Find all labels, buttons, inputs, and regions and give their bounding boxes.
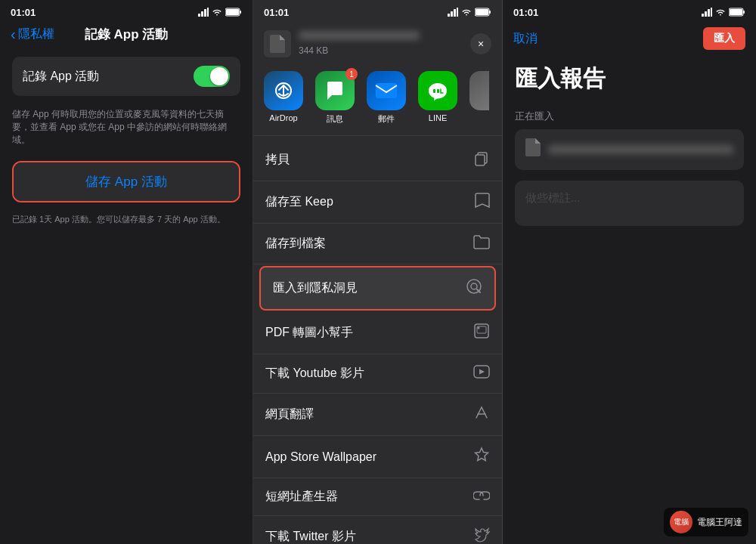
file-size: 344 KB	[299, 45, 328, 56]
nav-bar-1: ‹ 隱私權 記錄 App 活動	[0, 23, 253, 49]
battery-icon	[225, 8, 242, 17]
status-icons-3	[702, 8, 745, 17]
saved-description: 已記錄 1天 App 活動。您可以儲存最多 7 天的 App 活動。	[0, 210, 253, 229]
toggle-knob	[210, 67, 228, 85]
import-file-icon	[525, 138, 541, 161]
toggle-description: 儲存 App 何時取用您的位置或麥克風等資料的七天摘要，並查看 App 或您在 …	[0, 104, 253, 153]
svg-rect-10	[457, 8, 458, 17]
settings-section-toggle: 記錄 App 活動	[0, 57, 253, 96]
line-label: LINE	[429, 113, 447, 122]
nav-title-1: 記錄 App 活動	[85, 26, 169, 43]
wifi-icon-2	[461, 8, 472, 17]
import-nav: 取消 匯入	[503, 23, 756, 56]
import-file-row	[515, 129, 744, 170]
partial-icon	[469, 71, 489, 110]
battery-icon-2	[475, 8, 491, 17]
svg-rect-19	[476, 155, 485, 165]
status-bar-3: 01:01	[503, 0, 756, 23]
line-icon-bg	[418, 71, 457, 110]
svg-point-21	[471, 283, 477, 289]
file-icon	[264, 30, 291, 57]
import-confirm-button[interactable]: 匯入	[703, 27, 745, 50]
app-icons-row: AirDrop 1 訊息 郵件	[253, 63, 502, 135]
menu-item-twitter[interactable]: 下載 Twitter 影片	[253, 516, 502, 544]
svg-rect-13	[489, 11, 491, 14]
svg-rect-3	[207, 8, 209, 17]
watermark-avatar: 電腦	[670, 511, 692, 533]
svg-rect-5	[226, 9, 239, 15]
svg-rect-29	[702, 14, 704, 17]
status-icons-1	[198, 8, 242, 17]
svg-rect-6	[240, 11, 241, 14]
save-button-wrapper: 儲存 App 活動	[12, 161, 240, 202]
time-2: 01:01	[264, 7, 289, 18]
svg-rect-31	[708, 9, 710, 17]
close-share-button[interactable]: ×	[470, 33, 491, 54]
menu-item-keep[interactable]: 儲存至 Keep	[253, 181, 502, 224]
signal-icon	[198, 8, 209, 17]
app-icon-mail[interactable]: 郵件	[367, 71, 406, 125]
menu-list: 拷貝 儲存至 Keep 儲存到檔案	[253, 139, 502, 544]
wifi-icon-3	[715, 8, 726, 17]
status-bar-2: 01:01	[253, 0, 502, 23]
app-activity-toggle[interactable]	[194, 66, 230, 87]
import-notes-field[interactable]: 做些標註...	[515, 181, 744, 226]
message-label: 訊息	[327, 113, 343, 125]
settings-panel: 01:01 ‹ 隱私權 記錄 App 活動	[0, 0, 253, 544]
wifi-icon	[212, 8, 222, 17]
app-icon-message[interactable]: 1 訊息	[315, 71, 355, 125]
import-status: 正在匯入	[503, 110, 756, 129]
share-file-info: 344 KB	[264, 30, 420, 57]
menu-item-pdf[interactable]: PDF 轉圖小幫手	[253, 312, 502, 354]
back-button[interactable]: ‹ 隱私權	[11, 26, 54, 43]
menu-item-copy[interactable]: 拷貝	[253, 139, 502, 181]
airdrop-label: AirDrop	[269, 113, 297, 122]
message-icon-bg: 1	[315, 71, 355, 110]
share-header: 344 KB ×	[253, 23, 502, 63]
app-icon-airdrop[interactable]: AirDrop	[264, 71, 303, 125]
mail-label: 郵件	[378, 113, 395, 125]
save-app-activity-button[interactable]: 儲存 App 活動	[14, 162, 239, 201]
import-panel: 01:01 取消 匯入 匯入報告 正在匯入	[503, 0, 756, 544]
watermark: 電腦 電腦王阿達	[664, 508, 748, 536]
mail-icon-bg	[367, 71, 406, 110]
app-icon-line[interactable]: LINE	[418, 71, 457, 125]
import-title: 匯入報告	[503, 56, 756, 110]
cancel-button[interactable]: 取消	[513, 31, 538, 47]
notes-placeholder: 做些標註...	[525, 191, 581, 204]
svg-rect-1	[201, 11, 203, 17]
svg-rect-0	[198, 14, 200, 17]
svg-rect-12	[476, 9, 488, 15]
svg-point-25	[478, 327, 480, 329]
share-sheet-panel: 01:01	[253, 0, 503, 544]
menu-item-files[interactable]: 儲存到檔案	[253, 224, 502, 264]
toggle-label: 記錄 App 活動	[23, 69, 99, 85]
time-3: 01:01	[513, 7, 538, 18]
signal-icon-3	[702, 8, 712, 17]
status-bar-1: 01:01	[0, 0, 253, 23]
airdrop-icon-bg	[264, 71, 303, 110]
svg-rect-16	[433, 89, 435, 93]
watermark-text: 電腦王阿達	[697, 516, 742, 529]
svg-rect-2	[204, 9, 206, 17]
svg-rect-32	[711, 8, 712, 17]
svg-rect-7	[448, 14, 450, 17]
toggle-row: 記錄 App 活動	[12, 57, 240, 96]
svg-rect-30	[705, 11, 707, 17]
menu-item-shorturl[interactable]: 短網址產生器	[253, 478, 502, 516]
divider-top	[253, 135, 502, 136]
status-icons-2	[448, 8, 491, 17]
file-details: 344 KB	[299, 31, 420, 57]
signal-icon-2	[448, 8, 458, 17]
file-name-blurred	[299, 31, 420, 40]
svg-rect-15	[376, 83, 397, 98]
menu-item-youtube[interactable]: 下載 Youtube 影片	[253, 354, 502, 394]
app-icon-partial	[469, 71, 489, 125]
menu-item-translate[interactable]: 網頁翻譯	[253, 394, 502, 436]
svg-rect-8	[451, 11, 453, 17]
svg-rect-34	[730, 9, 742, 15]
battery-icon-3	[729, 8, 745, 17]
svg-rect-35	[743, 11, 745, 14]
menu-item-privacy[interactable]: 匯入到隱私洞見	[259, 266, 496, 311]
menu-item-wallpaper[interactable]: App Store Wallpaper	[253, 436, 502, 478]
